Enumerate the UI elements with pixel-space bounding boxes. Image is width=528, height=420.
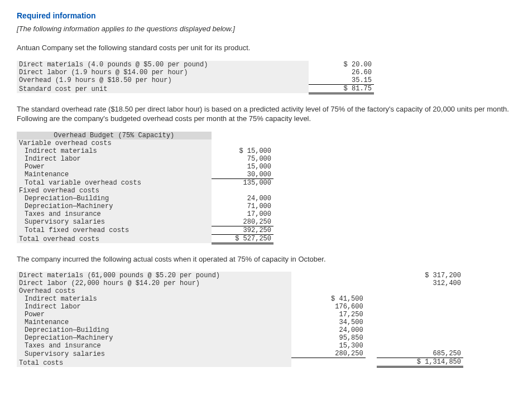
b-tfix-label: Total fixed overhead costs (17, 226, 212, 234)
overhead-budget-table: Overhead Budget (75% Capacity) Variable … (17, 132, 273, 244)
b-pw-val: 15,000 (212, 163, 273, 171)
a-mt-val: 34,500 (291, 318, 366, 326)
b-dm-val: 71,000 (212, 202, 273, 210)
b-tvar-val: 135,000 (212, 178, 273, 187)
intro-note: [The following information applies to th… (17, 25, 511, 33)
a-il-label: Indirect labor (17, 303, 291, 311)
a-ti-label: Taxes and insurance (17, 342, 291, 350)
std-dm-val: $ 20.00 (309, 61, 374, 69)
b-db-val: 24,000 (212, 195, 273, 202)
a-ss-label: Supervisory salaries (17, 350, 291, 358)
a-db-val: 24,000 (291, 326, 366, 334)
budget-title: Overhead Budget (75% Capacity) (17, 132, 212, 139)
b-tot-val: $ 527,250 (212, 234, 273, 243)
intro-text: Antuan Company set the following standar… (17, 43, 511, 53)
a-dm-label: Direct materials (61,000 pounds @ $5.20 … (17, 272, 291, 279)
required-info-title: Required information (17, 11, 511, 20)
actual-costs-table: Direct materials (61,000 pounds @ $5.20 … (17, 272, 463, 368)
b-il-label: Indirect labor (17, 155, 212, 163)
std-dl-val: 26.60 (309, 69, 374, 76)
b-db-label: Depreciation—Building (17, 195, 212, 202)
a-pw-label: Power (17, 311, 291, 318)
standard-cost-table: Direct materials (4.0 pounds @ $5.00 per… (17, 61, 374, 94)
a-oh-head: Overhead costs (17, 287, 291, 295)
std-oh-label: Overhead (1.9 hours @ $18.50 per hour) (17, 76, 309, 85)
std-dm-label: Direct materials (4.0 pounds @ $5.00 per… (17, 61, 309, 69)
b-dm-label: Depreciation—Machinery (17, 202, 212, 210)
a-db-label: Depreciation—Building (17, 326, 291, 334)
a-mt-label: Maintenance (17, 318, 291, 326)
paragraph-2: The standard overhead rate ($18.50 per d… (17, 104, 511, 124)
b-im-val: $ 15,000 (212, 147, 273, 155)
a-ti-val: 15,300 (291, 342, 366, 350)
a-dl-val: 312,400 (377, 279, 463, 287)
std-oh-val: 35.15 (309, 76, 374, 85)
b-pw-label: Power (17, 163, 212, 171)
b-im-label: Indirect materials (17, 147, 212, 155)
b-tvar-label: Total variable overhead costs (17, 178, 212, 187)
b-mt-val: 30,000 (212, 171, 273, 179)
a-im-val: $ 41,500 (291, 295, 366, 303)
b-tot-label: Total overhead costs (17, 234, 212, 243)
b-mt-label: Maintenance (17, 171, 212, 179)
a-dmc-label: Depreciation—Machinery (17, 334, 291, 342)
std-total-val: $ 81.75 (309, 84, 374, 93)
a-il-val: 176,600 (291, 303, 366, 311)
a-tot-val: $ 1,314,850 (377, 358, 463, 367)
var-head: Variable overhead costs (17, 139, 212, 147)
paragraph-3: The company incurred the following actua… (17, 254, 511, 264)
a-pw-val: 17,250 (291, 311, 366, 318)
a-im-label: Indirect materials (17, 295, 291, 303)
a-oh-sum: 685,250 (377, 350, 463, 358)
b-ti-label: Taxes and insurance (17, 210, 212, 218)
a-dl-label: Direct labor (22,000 hours @ $14.20 per … (17, 279, 291, 287)
a-dmc-val: 95,850 (291, 334, 366, 342)
std-dl-label: Direct labor (1.9 hours @ $14.00 per hou… (17, 69, 309, 76)
a-tot-label: Total costs (17, 358, 291, 367)
b-il-val: 75,000 (212, 155, 273, 163)
b-ti-val: 17,000 (212, 210, 273, 218)
a-ss-val: 280,250 (291, 350, 366, 358)
std-total-label: Standard cost per unit (17, 84, 309, 93)
b-ss-label: Supervisory salaries (17, 218, 212, 226)
b-ss-val: 280,250 (212, 218, 273, 226)
b-tfix-val: 392,250 (212, 226, 273, 234)
a-dm-val: $ 317,200 (377, 272, 463, 279)
fix-head: Fixed overhead costs (17, 187, 212, 195)
